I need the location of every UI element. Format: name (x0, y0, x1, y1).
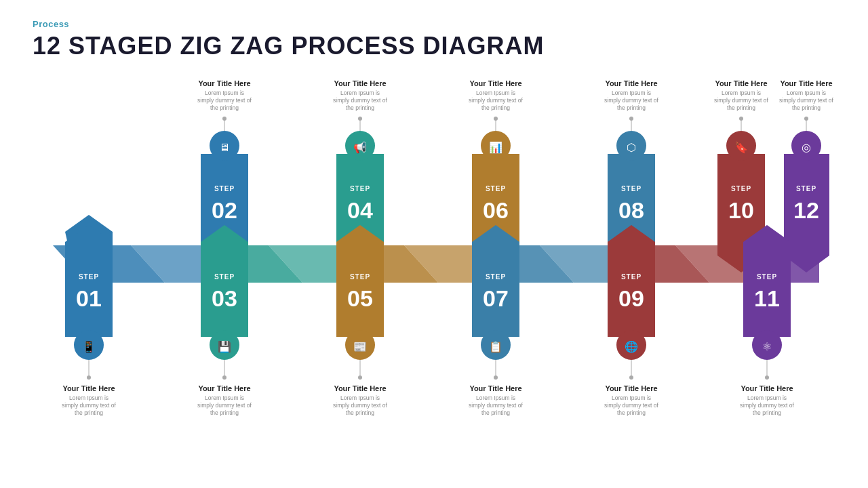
slide: Process 12 STAGED ZIG ZAG PROCESS DIAGRA… (0, 0, 868, 488)
top-desc-10-1: Lorem Ipsum is (722, 89, 761, 96)
bot-title-03: Your Title Here (198, 384, 250, 392)
bot-desc-11-1: Lorem Ipsum is (747, 394, 787, 401)
arrow-step-07 (472, 225, 519, 337)
top-desc-10-2: simply dummy text of (714, 97, 768, 104)
bot-desc-03-2: simply dummy text of (197, 402, 252, 409)
top-desc-08-3: the printing (617, 104, 646, 111)
arrow-step-09 (608, 225, 655, 337)
svg-text:STEP: STEP (486, 273, 506, 281)
svg-text:05: 05 (347, 285, 373, 311)
top-desc-02-3: the printing (210, 104, 239, 111)
svg-text:03: 03 (212, 285, 237, 311)
bot-title-11: Your Title Here (741, 384, 793, 392)
top-desc-12-3: the printing (792, 104, 821, 111)
dot-06 (494, 117, 498, 121)
diagram-svg: 🖥 STEP 02 📢 STEP 04 📊 STEP 06 (33, 73, 835, 432)
arrow-step-01 (65, 225, 113, 337)
main-title: 12 STAGED ZIG ZAG PROCESS DIAGRAM (33, 32, 835, 60)
svg-text:⬡: ⬡ (627, 142, 636, 153)
svg-text:08: 08 (618, 197, 644, 223)
svg-text:🌐: 🌐 (625, 340, 638, 353)
top-title-04: Your Title Here (334, 79, 386, 87)
dot-09 (629, 375, 633, 380)
top-desc-12-2: simply dummy text of (779, 97, 833, 104)
bot-title-01: Your Title Here (62, 384, 115, 392)
arrow-step-03 (201, 225, 248, 337)
bot-desc-03-1: Lorem Ipsum is (205, 394, 244, 401)
top-title-06: Your Title Here (469, 79, 521, 87)
svg-text:📋: 📋 (489, 340, 502, 353)
bot-title-09: Your Title Here (605, 384, 657, 392)
bot-desc-07-1: Lorem Ipsum is (476, 394, 515, 401)
top-desc-10-3: the printing (727, 104, 755, 111)
top-title-02: Your Title Here (198, 79, 250, 87)
dot-05 (358, 375, 362, 380)
bot-desc-09-2: simply dummy text of (604, 402, 658, 409)
svg-text:06: 06 (483, 197, 509, 223)
svg-text:◎: ◎ (802, 142, 811, 153)
bot-desc-07-2: simply dummy text of (469, 402, 523, 409)
dot-04 (358, 117, 362, 121)
dot-08 (629, 117, 633, 121)
svg-text:STEP: STEP (350, 185, 370, 192)
svg-text:STEP: STEP (731, 185, 751, 192)
bot-desc-01-3: the printing (75, 409, 103, 416)
svg-text:09: 09 (618, 285, 644, 311)
svg-text:12: 12 (793, 197, 819, 223)
dot-07 (494, 375, 498, 380)
svg-text:02: 02 (212, 197, 237, 223)
svg-text:STEP: STEP (350, 273, 370, 281)
svg-text:STEP: STEP (214, 273, 235, 281)
svg-text:11: 11 (754, 285, 780, 311)
bot-desc-01-2: simply dummy text of (62, 402, 116, 409)
top-desc-06-1: Lorem Ipsum is (476, 89, 515, 96)
arrow-step-05 (336, 225, 384, 337)
top-desc-04-3: the printing (346, 104, 374, 111)
bot-desc-05-1: Lorem Ipsum is (340, 394, 380, 401)
top-title-10: Your Title Here (715, 79, 767, 87)
svg-text:10: 10 (728, 197, 754, 223)
svg-text:STEP: STEP (486, 185, 506, 192)
svg-text:STEP: STEP (621, 185, 642, 192)
diagram-area: 🖥 STEP 02 📢 STEP 04 📊 STEP 06 (33, 73, 835, 432)
svg-text:STEP: STEP (621, 273, 642, 281)
category-label: Process (33, 19, 835, 29)
top-desc-12-1: Lorem Ipsum is (787, 89, 826, 96)
bot-desc-05-2: simply dummy text of (333, 402, 387, 409)
bot-desc-09-3: the printing (617, 409, 646, 416)
dot-12 (804, 117, 808, 121)
bot-title-05: Your Title Here (334, 384, 386, 392)
top-desc-06-2: simply dummy text of (469, 97, 523, 104)
svg-text:STEP: STEP (757, 273, 777, 281)
top-title-08: Your Title Here (605, 79, 657, 87)
svg-text:STEP: STEP (214, 185, 235, 192)
svg-text:07: 07 (483, 285, 509, 311)
top-desc-04-1: Lorem Ipsum is (340, 89, 380, 96)
svg-text:📰: 📰 (353, 340, 367, 353)
top-desc-08-1: Lorem Ipsum is (612, 89, 651, 96)
dot-01 (87, 375, 91, 380)
top-title-12: Your Title Here (780, 79, 832, 87)
arrow-step-11 (743, 225, 791, 337)
bot-desc-11-2: simply dummy text of (740, 402, 794, 409)
dot-03 (222, 375, 226, 380)
top-desc-02-2: simply dummy text of (197, 97, 252, 104)
bot-desc-01-1: Lorem Ipsum is (69, 394, 108, 401)
bot-title-07: Your Title Here (469, 384, 521, 392)
dot-02 (222, 117, 226, 121)
top-desc-02-1: Lorem Ipsum is (205, 89, 244, 96)
dot-11 (765, 375, 769, 380)
svg-text:04: 04 (347, 197, 373, 223)
svg-text:📱: 📱 (82, 340, 96, 353)
dot-10 (739, 117, 743, 121)
bot-desc-11-3: the printing (753, 409, 781, 416)
bot-desc-09-1: Lorem Ipsum is (612, 394, 651, 401)
svg-text:STEP: STEP (79, 273, 99, 281)
svg-text:⚛: ⚛ (762, 341, 772, 352)
svg-text:01: 01 (76, 285, 102, 311)
top-desc-04-2: simply dummy text of (333, 97, 387, 104)
bot-desc-03-3: the printing (210, 409, 239, 416)
svg-text:📊: 📊 (489, 141, 502, 154)
svg-text:💾: 💾 (218, 340, 231, 353)
top-desc-06-3: the printing (481, 104, 510, 111)
